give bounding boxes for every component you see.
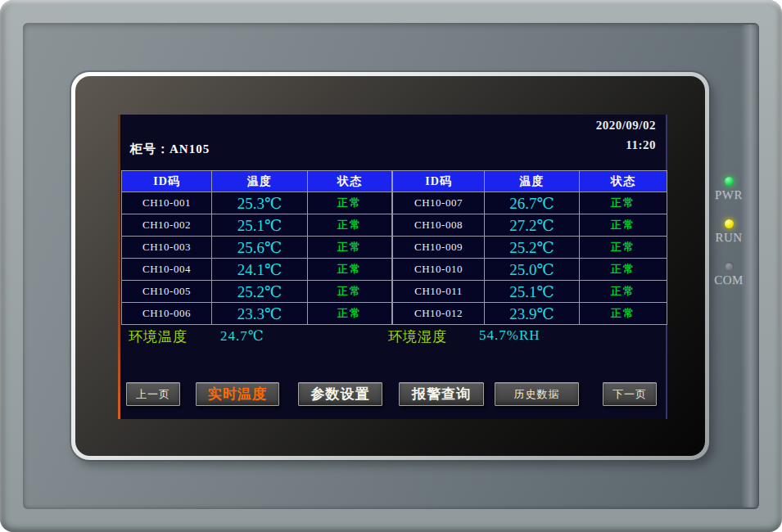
com-led	[725, 262, 734, 271]
screen-bezel: 2020/09/02 11:20 柜号：AN105 ID码温度状态 CH10-0…	[75, 76, 705, 456]
cell-status: 正常	[308, 192, 392, 214]
cell-temp: 25.6℃	[212, 237, 308, 259]
cell-id: CH10-005	[122, 281, 212, 303]
cell-status: 正常	[580, 237, 667, 259]
table-row: CH10-00827.2℃正常	[393, 214, 667, 237]
environment-row: 环境温度 24.7℃ 环境湿度 54.7%RH	[120, 327, 667, 352]
cell-id: CH10-007	[393, 192, 485, 214]
column-header-temp: 温度	[212, 171, 308, 192]
cell-temp: 23.3℃	[212, 303, 308, 325]
hmi-screen: 2020/09/02 11:20 柜号：AN105 ID码温度状态 CH10-0…	[120, 115, 667, 419]
table-row: CH10-00325.6℃正常	[122, 237, 392, 259]
com-led-label: COM	[710, 273, 748, 287]
cell-temp: 25.2℃	[212, 281, 308, 303]
cell-status: 正常	[308, 214, 392, 237]
history-data-button[interactable]: 历史数据	[495, 382, 579, 406]
cell-temp: 26.7℃	[485, 192, 580, 214]
column-header-id: ID码	[393, 171, 485, 192]
cell-temp: 25.0℃	[485, 259, 580, 281]
table-row: CH10-00925.2℃正常	[393, 237, 667, 259]
param-settings-button[interactable]: 参数设置	[298, 382, 382, 406]
table-row: CH10-00525.2℃正常	[122, 281, 392, 303]
cell-id: CH10-003	[122, 237, 212, 259]
cell-id: CH10-004	[122, 259, 212, 281]
cell-status: 正常	[308, 281, 392, 303]
cell-id: CH10-011	[393, 281, 485, 303]
prev-page-button[interactable]: 上一页	[126, 382, 180, 406]
cell-id: CH10-008	[393, 214, 485, 237]
cell-id: CH10-001	[122, 192, 212, 214]
run-led-label: RUN	[710, 231, 748, 245]
channel-tables: ID码温度状态 CH10-00125.3℃正常CH10-00225.1℃正常CH…	[121, 170, 667, 325]
pwr-led-block: PWR	[710, 177, 748, 219]
cell-status: 正常	[580, 214, 667, 237]
date-text: 2020/09/02	[596, 119, 656, 133]
cell-status: 正常	[308, 237, 392, 259]
cell-id: CH10-012	[393, 303, 485, 325]
cell-temp: 25.1℃	[212, 214, 308, 237]
cabinet-number-label: 柜号：AN105	[130, 142, 210, 157]
cell-status: 正常	[580, 259, 667, 281]
env-humidity-label: 环境湿度	[388, 327, 447, 346]
cell-temp: 24.1℃	[212, 259, 308, 281]
cell-status: 正常	[580, 281, 667, 303]
env-temp-value: 24.7℃	[220, 327, 264, 345]
column-header-temp: 温度	[485, 171, 580, 192]
datetime-display: 2020/09/02 11:20	[596, 119, 656, 152]
table-row: CH10-00623.3℃正常	[122, 303, 392, 325]
table-header-row: ID码温度状态	[393, 171, 667, 192]
cell-status: 正常	[580, 303, 667, 325]
channel-table-left: ID码温度状态 CH10-00125.3℃正常CH10-00225.1℃正常CH…	[121, 170, 392, 325]
table-row: CH10-00125.3℃正常	[122, 192, 392, 214]
cell-temp: 27.2℃	[485, 214, 580, 237]
column-header-status: 状态	[580, 171, 667, 192]
cell-id: CH10-009	[393, 237, 485, 259]
cell-id: CH10-006	[122, 303, 212, 325]
column-header-status: 状态	[308, 171, 392, 192]
nav-button-bar: 上一页实时温度参数设置报警查询历史数据下一页	[120, 382, 667, 407]
cell-temp: 25.1℃	[485, 281, 580, 303]
run-led-block: RUN	[710, 219, 748, 262]
cell-id: CH10-010	[393, 259, 485, 281]
cell-status: 正常	[308, 303, 392, 325]
run-led	[725, 219, 734, 228]
cell-temp: 25.3℃	[212, 192, 308, 214]
realtime-temp-button[interactable]: 实时温度	[196, 382, 279, 406]
table-row: CH10-01125.1℃正常	[393, 281, 667, 303]
next-page-button[interactable]: 下一页	[603, 382, 657, 406]
table-row: CH10-00726.7℃正常	[393, 192, 667, 214]
pwr-led	[725, 177, 734, 186]
cell-status: 正常	[580, 192, 667, 214]
column-header-id: ID码	[122, 171, 212, 192]
table-row: CH10-00225.1℃正常	[122, 214, 392, 237]
hmi-device: 2020/09/02 11:20 柜号：AN105 ID码温度状态 CH10-0…	[0, 0, 782, 532]
status-led-column: PWRRUNCOM	[710, 177, 748, 304]
cell-status: 正常	[308, 259, 392, 281]
alarm-query-button[interactable]: 报警查询	[399, 382, 484, 406]
cell-temp: 23.9℃	[485, 303, 580, 325]
pwr-led-label: PWR	[710, 188, 748, 202]
com-led-block: COM	[710, 262, 748, 304]
bezel-ring: 2020/09/02 11:20 柜号：AN105 ID码温度状态 CH10-0…	[71, 72, 709, 460]
table-row: CH10-01025.0℃正常	[393, 259, 667, 281]
cell-id: CH10-002	[122, 214, 212, 237]
channel-table-right: ID码温度状态 CH10-00726.7℃正常CH10-00827.2℃正常CH…	[392, 170, 667, 325]
table-row: CH10-01223.9℃正常	[393, 303, 667, 325]
env-humidity-value: 54.7%RH	[479, 327, 540, 344]
table-header-row: ID码温度状态	[122, 171, 392, 192]
cell-temp: 25.2℃	[485, 237, 580, 259]
time-text: 11:20	[596, 138, 656, 152]
table-row: CH10-00424.1℃正常	[122, 259, 392, 281]
env-temp-label: 环境温度	[129, 327, 188, 346]
